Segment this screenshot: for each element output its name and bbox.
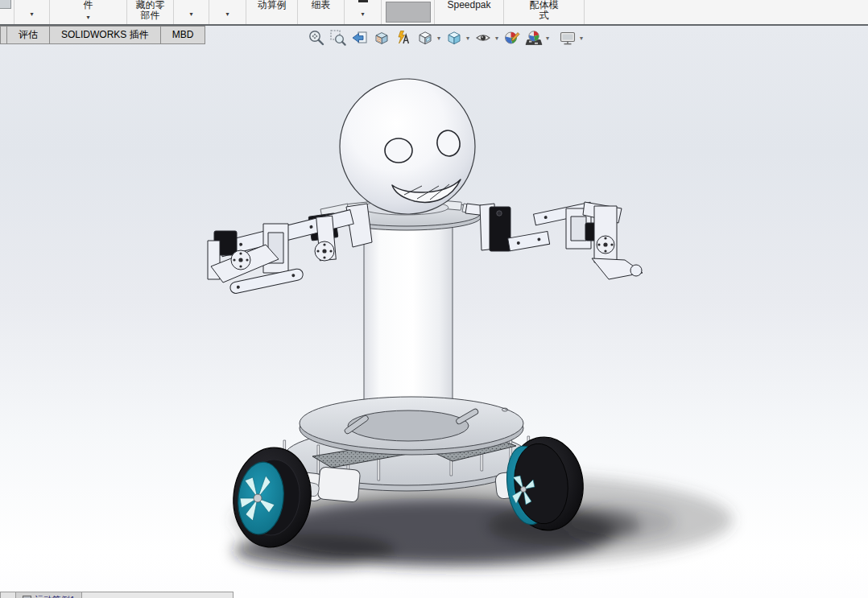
ribbon-button-3[interactable]: ▾ (209, 0, 246, 24)
tab-solidworks-addins[interactable]: SOLIDWORKS 插件 (50, 26, 161, 44)
dropdown-caret-icon[interactable]: ▾ (189, 11, 192, 18)
dropdown-caret-icon[interactable]: ▾ (86, 14, 89, 21)
motion-study-label: 运动算例1 (35, 592, 75, 598)
ribbon-button-label: Speedpak (447, 0, 490, 10)
ribbon-button-4[interactable]: ▾ (345, 0, 382, 24)
tab-evaluate[interactable]: 评估 (7, 26, 50, 44)
view-orientation-icon[interactable] (415, 28, 435, 47)
ribbon-empty-space (585, 0, 868, 24)
model-motion-tabs: 运动算例1 (0, 592, 234, 598)
ribbon-button-2[interactable]: ▾ (174, 0, 209, 24)
ribbon-button-motion-study[interactable]: 动算例 (246, 0, 298, 24)
ribbon-button-hidden-components[interactable]: 藏的零部件 (127, 0, 174, 24)
view-settings-icon[interactable] (558, 28, 577, 47)
dropdown-caret-icon[interactable]: ▾ (580, 35, 583, 42)
dropdown-caret-icon[interactable]: ▾ (225, 11, 229, 18)
dropdown-caret-icon[interactable]: ▾ (437, 35, 440, 42)
ribbon-button-bom[interactable]: 细表 (298, 0, 345, 24)
dropdown-caret-icon[interactable]: ▾ (30, 11, 33, 18)
ribbon-button-label: 动算例 (258, 0, 287, 10)
zoom-to-area-icon[interactable] (329, 28, 348, 47)
ribbon-button-label: 配体模式 (528, 0, 560, 21)
section-view-icon[interactable] (372, 28, 391, 47)
ribbon-button-large-assembly-mode[interactable]: 配体模式 (504, 0, 585, 24)
ribbon: ▾ 件 ▾ 藏的零部件 ▾ ▾ 动算例 细表 ▾ Speedpak 配体模式 (0, 0, 868, 26)
ribbon-button-label: 藏的零部件 (134, 0, 167, 21)
heads-up-view-toolbar: ▾ ▾ ▾ ▾ (307, 28, 587, 47)
dropdown-caret-icon[interactable]: ▾ (361, 11, 364, 18)
command-manager-tabs: 评估 SOLIDWORKS 插件 MBD (0, 26, 205, 44)
ribbon-button-label: 细表 (312, 0, 331, 10)
apply-scene-icon[interactable] (524, 28, 544, 47)
ribbon-button-label: 件 (84, 0, 93, 10)
dropdown-caret-icon[interactable]: ▾ (495, 35, 498, 42)
hide-show-items-icon[interactable] (473, 28, 493, 47)
display-style-icon[interactable] (444, 28, 464, 47)
ribbon-button-speedpak[interactable]: Speedpak (435, 0, 504, 24)
pressed-button-face[interactable] (386, 2, 431, 23)
robot-assembly-model[interactable] (0, 26, 868, 598)
previous-view-icon[interactable] (350, 28, 370, 47)
ribbon-corner-icon (0, 0, 14, 24)
annotation-views-icon[interactable] (394, 28, 413, 47)
chassis-top-plate[interactable] (300, 397, 523, 455)
clipped-icon (0, 0, 11, 9)
zoom-to-fit-icon[interactable] (307, 28, 326, 47)
tab-motion-study[interactable]: 运动算例1 (16, 592, 82, 598)
left-eye (385, 138, 412, 163)
tab-mbd[interactable]: MBD (161, 26, 206, 44)
tab-scroll-button[interactable] (0, 592, 16, 598)
right-arm[interactable] (465, 202, 643, 279)
ribbon-button-1[interactable]: ▾ (14, 0, 50, 24)
clipped-glyph (358, 0, 368, 2)
head[interactable] (340, 79, 475, 214)
graphics-viewport[interactable]: 运动算例1 (0, 26, 868, 598)
dropdown-caret-icon[interactable]: ▾ (546, 35, 549, 42)
edit-appearance-icon[interactable] (502, 28, 522, 47)
left-arm[interactable] (208, 204, 372, 295)
dropdown-caret-icon[interactable]: ▾ (466, 35, 469, 42)
ribbon-button-pressed[interactable] (382, 0, 435, 24)
tab-clipped-stub[interactable] (0, 26, 7, 44)
ribbon-button-insert-component[interactable]: 件 ▾ (50, 0, 127, 24)
tab-strip-empty (82, 592, 234, 598)
